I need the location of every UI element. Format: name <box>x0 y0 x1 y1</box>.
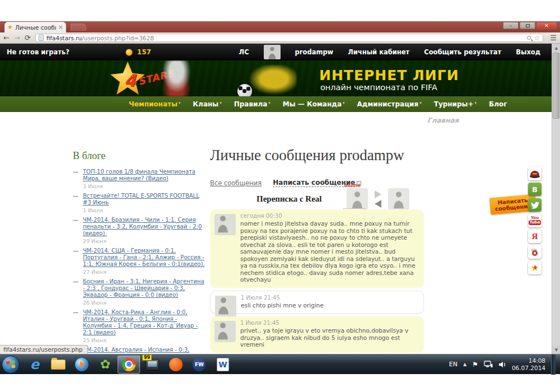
blog-link[interactable]: ЧМ-2014. Коста-Рика - Англия - 0:0, Итал… <box>83 309 206 336</box>
online-badge: online <box>344 183 361 188</box>
blog-date: 26 Июня <box>83 300 206 306</box>
twitter-icon[interactable] <box>528 198 542 212</box>
fourstars-icon[interactable]: ★4 <box>528 261 542 274</box>
window-close-button[interactable]: ✕ <box>536 22 557 29</box>
breadcrumb[interactable]: Главная <box>427 116 459 124</box>
back-icon[interactable]: ← <box>3 34 10 41</box>
topmenu-messages-link[interactable]: ЛС <box>239 48 249 56</box>
browser-tab[interactable]: ★ Личные сообщения × <box>4 22 66 32</box>
blog-heading: В блоге <box>73 150 206 162</box>
vk-icon[interactable]: В <box>528 183 542 196</box>
notification-badge: 99 <box>142 354 152 361</box>
nav-rules[interactable]: Правила▾ <box>234 100 270 108</box>
nav-clans[interactable]: Кланы▾ <box>193 100 221 108</box>
opponent-avatar[interactable]: online сыграю! <box>347 188 368 209</box>
nav-championships[interactable]: Чемпионаты▾ <box>129 100 180 108</box>
message-time: 1 Июля 21:45 <box>241 295 417 301</box>
blog-item: ЧМ-2014. США - Германия - 0:1, Португали… <box>73 248 206 275</box>
yandex-icon[interactable]: Я <box>528 230 542 243</box>
not-ready-link[interactable]: Не готов играть? <box>7 48 69 56</box>
own-avatar[interactable] <box>388 188 409 209</box>
start-button[interactable] <box>2 356 20 374</box>
window-minimize-button[interactable]: – <box>503 22 519 29</box>
taskbar-clock[interactable]: 14:08 06.07.2014 <box>512 357 545 372</box>
tab-close-icon[interactable]: × <box>58 24 63 30</box>
page-title: Личные сообщения prodampw <box>210 147 430 164</box>
blog-sidebar: В блоге ТОП-10 голов 1/8 финала Чемпиона… <box>73 150 206 354</box>
topmenu-username[interactable]: prodampw <box>295 48 334 56</box>
chrome-menu-icon[interactable]: ☰ <box>550 34 557 41</box>
whistle-icon[interactable] <box>528 245 542 259</box>
network-icon[interactable] <box>484 361 493 368</box>
site-favicon-icon: ★ <box>7 24 13 30</box>
blog-link[interactable]: ЧМ-2014. Бразилия - Чили - 1:1. Серия пе… <box>83 217 206 237</box>
blog-link[interactable]: ЧМ-2014. США - Германия - 0:1, Португали… <box>83 248 206 268</box>
scroll-up-icon[interactable]: ▲ <box>552 44 560 52</box>
forward-icon[interactable]: → <box>14 34 20 41</box>
blog-item: ЧМ-2014. Бразилия - Чили - 1:1. Серия пе… <box>73 217 206 244</box>
zoom-icon[interactable] <box>527 36 531 40</box>
blog-date: 1 Июля <box>83 207 206 213</box>
message-avatar[interactable] <box>214 321 236 342</box>
nav-blog[interactable]: Блог <box>489 100 507 108</box>
action-center-flag-icon[interactable]: ⚑ <box>472 361 478 368</box>
message-avatar[interactable] <box>215 296 236 317</box>
taskbar-orange-app[interactable] <box>165 356 187 374</box>
chevron-down-icon: ▾ <box>268 101 270 105</box>
topmenu-logout-link[interactable]: Выход <box>516 48 540 56</box>
blog-item: ТОП-10 голов 1/8 финала Чемпионата Мира,… <box>73 169 206 189</box>
admin-cap-icon[interactable] <box>528 167 542 180</box>
conversation-header: Переписка с Real online сыграю! <box>256 188 409 209</box>
taskbar-icq[interactable]: ✿ <box>94 356 116 374</box>
reload-icon[interactable]: ⟳ <box>25 34 31 41</box>
person-icon <box>349 190 366 209</box>
taskbar-media-player[interactable] <box>71 356 93 374</box>
media-player-icon <box>75 358 88 371</box>
vertical-scrollbar[interactable]: ▲ ▼ <box>552 44 560 354</box>
taskbar-fw-app[interactable]: FW <box>188 356 211 374</box>
nav-administration[interactable]: Администрация▾ <box>357 100 422 108</box>
bookmark-star-icon[interactable]: ☆ <box>534 35 540 41</box>
blog-link[interactable]: ТОП-10 голов 1/8 финала Чемпионата Мира,… <box>83 169 206 182</box>
user-avatar[interactable] <box>264 45 281 59</box>
new-tab-button[interactable] <box>71 24 86 31</box>
taskbar-explorer[interactable] <box>47 356 69 374</box>
browser-toolbar: ← → ⟳ fifa4stars.ru/userposts.php?id=362… <box>0 32 560 44</box>
blog-link[interactable]: ЧМ-2014. Австралия - Испания - 0:3, Хорв… <box>83 347 206 354</box>
scrollbar-thumb[interactable] <box>553 53 559 119</box>
logo-number: 4 <box>124 71 136 90</box>
tab-strip: ★ Личные сообщения × – ✕ <box>0 21 560 32</box>
message-avatar[interactable] <box>214 214 236 235</box>
volume-icon[interactable] <box>498 361 506 368</box>
nav-tournaments[interactable]: Турниры+▾ <box>434 100 477 108</box>
topmenu-report-link[interactable]: Сообщить результат <box>424 48 501 56</box>
show-desktop-button[interactable] <box>551 354 556 375</box>
soccer-ball-icon <box>237 84 252 96</box>
taskbar-word[interactable]: W <box>212 356 234 374</box>
nav-team[interactable]: Мы — Команда▾ <box>283 100 345 108</box>
language-indicator[interactable]: EN <box>449 361 458 368</box>
write-message-link[interactable]: Написать сообщение <box>273 179 355 187</box>
arrow-left-icon <box>375 200 381 208</box>
blog-link[interactable]: Босния - Иран - 3:1, Нигерия - Аргентина… <box>83 278 206 298</box>
tray-expand-icon[interactable]: ▲ <box>463 362 466 367</box>
taskbar: e ✿ 99 FW W EN ▲ ⚑ 14:08 06.07.2014 <box>0 354 560 374</box>
scroll-down-icon[interactable]: ▼ <box>552 346 560 354</box>
tab-title: Личные сообщения <box>15 24 56 31</box>
youtube-icon[interactable]: YouTube <box>528 214 542 227</box>
browser-window: ★ Личные сообщения × – ✕ ← → ⟳ fifa4star… <box>0 21 560 354</box>
chevron-down-icon: ▾ <box>179 101 181 105</box>
taskbar-monitor-app[interactable]: 99 <box>141 356 164 374</box>
chevron-down-icon: ▾ <box>419 101 422 105</box>
taskbar-chrome[interactable] <box>118 356 140 374</box>
header-player-art <box>160 60 193 96</box>
blog-link[interactable]: Встречайте! TOTAL E-SPORTS FOOTBALL #3 И… <box>83 193 206 206</box>
address-bar[interactable]: fifa4stars.ru/userposts.php?id=3628 ☆ <box>35 34 544 42</box>
blog-item: Босния - Иран - 3:1, Нигерия - Аргентина… <box>73 278 206 306</box>
topmenu-cabinet-link[interactable]: Личный кабинет <box>348 48 409 56</box>
all-messages-link[interactable]: Все сообщения <box>210 179 262 187</box>
messages-main: Личные сообщения prodampw Все сообщения … <box>210 147 430 164</box>
taskbar-ie[interactable]: e <box>24 356 46 374</box>
url-host: fifa4stars.ru <box>46 35 82 41</box>
window-maximize-button[interactable] <box>520 22 535 29</box>
